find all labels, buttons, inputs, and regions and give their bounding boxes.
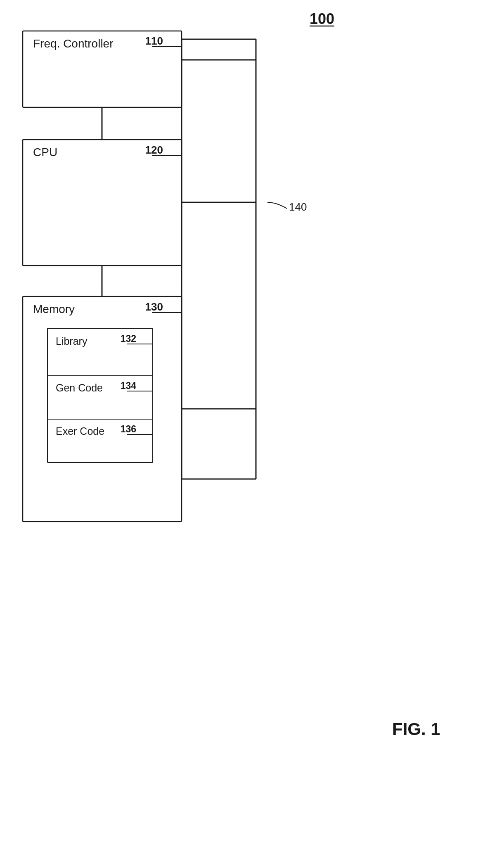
freq-controller-label: Freq. Controller: [33, 37, 114, 50]
diagram-container: 100 Freq. Controller 110 CPU 120 140 Mem…: [0, 0, 504, 849]
exer-code-label: Exer Code: [56, 425, 104, 437]
freq-controller-refnum: 110: [145, 35, 163, 47]
main-title: 100: [310, 10, 334, 27]
cpu-refnum: 120: [145, 144, 163, 156]
gen-code-label: Gen Code: [56, 382, 103, 394]
gen-code-refnum: 134: [121, 380, 137, 391]
exer-code-refnum: 136: [121, 424, 136, 434]
bus-refnum: 140: [289, 201, 307, 213]
memory-refnum: 130: [145, 301, 163, 313]
cpu-label: CPU: [33, 146, 57, 159]
memory-label: Memory: [33, 303, 75, 315]
library-label: Library: [56, 335, 88, 347]
bus-ref-indicator: [267, 202, 287, 209]
library-refnum: 132: [121, 333, 136, 344]
figure-label: FIG. 1: [392, 719, 440, 739]
